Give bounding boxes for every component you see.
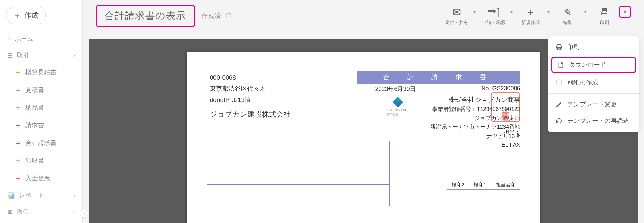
toolbar-label: 新規作成 <box>521 20 540 26</box>
forward-icon: ⮕] <box>487 6 500 18</box>
list-icon: ☰ <box>7 52 13 59</box>
print-dropdown: 印刷 ダウンロード 別紙の作成 テンプレート変更 テンプレートの再読込 <box>548 36 639 132</box>
caret-down-icon[interactable]: ▾ <box>510 6 513 18</box>
sidebar-item-label: 納品書 <box>25 103 44 112</box>
sidebar-list: ⌂ ホーム ☰ 取引 › ＋概算見積書 ＋見積書 ＋納品書 ＋請求書 ＋合計請求… <box>0 31 82 220</box>
toolbar-label: 編集 <box>563 20 572 26</box>
toolbar-send-share[interactable]: ✉ 送付・共有 <box>442 6 471 26</box>
recipient-addr2: donutビル13階 <box>210 94 291 105</box>
plus-icon: ＋ <box>14 174 21 183</box>
pencil-icon <box>555 101 563 108</box>
sender-telfax: TEL FAX <box>430 140 520 149</box>
main-area: 合計請求書の表示 作成済 🏷 ✉ 送付・共有 ▾ ⮕] 申請・承認 ▾ ＋ <box>83 0 644 223</box>
sidebar-item-label: 取引 <box>17 51 29 60</box>
toolbar-print[interactable]: 🖶 印刷 <box>590 6 619 26</box>
report-icon: 📊 <box>7 192 15 199</box>
sidebar-item-label: 概算見積書 <box>25 68 57 77</box>
divider <box>548 93 639 94</box>
sidebar-sub-estimate[interactable]: ＋見積書 <box>0 81 82 99</box>
sidebar-item-label: 見積書 <box>25 86 44 94</box>
chevron-right-icon: › <box>73 192 75 199</box>
toolbar-print-caret[interactable]: ▾ <box>619 6 631 18</box>
chevron-right-icon: › <box>73 52 75 59</box>
sidebar-item-label: ホーム <box>15 35 33 43</box>
toolbar: ✉ 送付・共有 ▾ ⮕] 申請・承認 ▾ ＋ 新規作成 ▾ <box>442 6 631 26</box>
toolbar-label: 印刷 <box>600 20 609 26</box>
caret-down-icon[interactable]: ▾ <box>584 6 586 18</box>
approval-stamp-table: 検印2 検印1 担当者印 <box>447 180 520 190</box>
document-number: No. GS230006 <box>481 85 520 92</box>
caret-down-icon[interactable]: ▾ <box>473 6 476 18</box>
dropdown-template-reload[interactable]: テンプレートの再読込 <box>548 113 639 129</box>
page-icon <box>555 79 563 86</box>
svg-rect-3 <box>557 80 561 85</box>
create-button[interactable]: ＋ 作成 <box>6 7 46 24</box>
tag-icon[interactable]: 🏷 <box>224 11 231 20</box>
page-title: 合計請求書の表示 <box>96 5 195 27</box>
stamp-col: 担当者印 <box>491 180 520 190</box>
stamp-col: 検印2 <box>447 180 469 190</box>
company-logo: ジョブカン商事株式会社 <box>386 98 409 118</box>
dropdown-print[interactable]: 印刷 <box>548 39 639 55</box>
dropdown-label: 別紙の作成 <box>567 78 598 87</box>
sender-contact: 担当： <box>504 128 520 136</box>
download-icon <box>557 61 564 68</box>
sidebar-toggle-button[interactable]: ‹ <box>80 210 88 218</box>
printer-icon <box>555 44 563 51</box>
create-button-label: 作成 <box>25 11 38 20</box>
sidebar-item-home[interactable]: ⌂ ホーム <box>0 31 82 47</box>
toolbar-apply-approve[interactable]: ⮕] 申請・承認 <box>479 6 508 26</box>
plus-icon: ＋ <box>526 6 535 18</box>
toolbar-label: 送付・共有 <box>445 20 468 26</box>
chevron-right-icon: › <box>73 208 75 215</box>
dropdown-label: テンプレートの再読込 <box>567 117 629 125</box>
recipient-postal: 000-0068 <box>210 72 291 83</box>
sidebar: ＋ 作成 ⌂ ホーム ☰ 取引 › ＋概算見積書 ＋見積書 ＋納品書 ＋請求書 … <box>0 0 83 223</box>
plus-icon: ＋ <box>14 156 21 166</box>
sidebar-item-label: 領収書 <box>25 157 44 165</box>
plus-icon: ＋ <box>14 85 21 95</box>
recipient-name: ジョブカン建設株式会社 <box>210 108 291 121</box>
envelope-icon: ✉ <box>453 6 461 18</box>
sidebar-sub-receipt[interactable]: ＋領収書 <box>0 152 82 170</box>
caret-down-icon[interactable]: ▾ <box>547 6 550 18</box>
sidebar-item-report[interactable]: 📊 レポート › <box>0 187 82 204</box>
toolbar-label: 申請・承認 <box>482 20 505 26</box>
printer-icon: 🖶 <box>600 6 609 18</box>
recipient-addr1: 東京都渋谷区代々木 <box>210 83 291 94</box>
sidebar-item-send[interactable]: ✉ 送信 › <box>0 204 82 220</box>
dropdown-attachment[interactable]: 別紙の作成 <box>548 74 639 91</box>
page-header: 合計請求書の表示 作成済 🏷 ✉ 送付・共有 ▾ ⮕] 申請・承認 ▾ ＋ <box>83 0 644 39</box>
pencil-icon: ✎ <box>564 6 572 18</box>
plus-icon: ＋ <box>14 121 21 130</box>
dropdown-download[interactable]: ダウンロード <box>551 57 636 73</box>
memo-box <box>207 141 390 206</box>
sidebar-item-label: 合計請求書 <box>25 139 57 147</box>
toolbar-edit[interactable]: ✎ 編集 <box>553 6 582 26</box>
status-badge: 作成済 <box>201 11 221 20</box>
logo-cube-icon <box>392 97 403 108</box>
document-title-bar: 合 計 請 求 書 <box>357 71 520 84</box>
plus-icon: ＋ <box>14 103 21 113</box>
plus-icon: ＋ <box>14 138 21 148</box>
reload-icon <box>555 117 563 124</box>
sidebar-sub-rough-estimate[interactable]: ＋概算見積書 <box>0 64 82 81</box>
dropdown-template-change[interactable]: テンプレート変更 <box>548 96 639 113</box>
sidebar-item-label: 入金伝票 <box>25 174 50 183</box>
sidebar-item-label: レポート <box>19 191 44 200</box>
stamp-col: 検印1 <box>469 180 491 190</box>
svg-rect-2 <box>557 48 560 50</box>
sidebar-sub-total-invoice[interactable]: ＋合計請求書 <box>0 134 82 152</box>
company-seal: 株式会社 <box>491 92 520 122</box>
dropdown-label: テンプレート変更 <box>567 100 617 109</box>
toolbar-create-new[interactable]: ＋ 新規作成 <box>516 6 545 26</box>
logo-text: ジョブカン商事株式会社 <box>386 108 409 117</box>
sidebar-sub-invoice[interactable]: ＋請求書 <box>0 117 82 134</box>
sidebar-item-transactions[interactable]: ☰ 取引 › <box>0 47 82 64</box>
sidebar-sub-delivery-note[interactable]: ＋納品書 <box>0 99 82 117</box>
sidebar-sub-deposit-slip[interactable]: ＋入金伝票 <box>0 170 82 187</box>
recipient-block: 000-0068 東京都渋谷区代々木 donutビル13階 ジョブカン建設株式会… <box>210 72 291 121</box>
dropdown-label: ダウンロード <box>569 61 606 69</box>
sidebar-item-label: 請求書 <box>25 121 44 130</box>
dropdown-label: 印刷 <box>567 43 580 51</box>
